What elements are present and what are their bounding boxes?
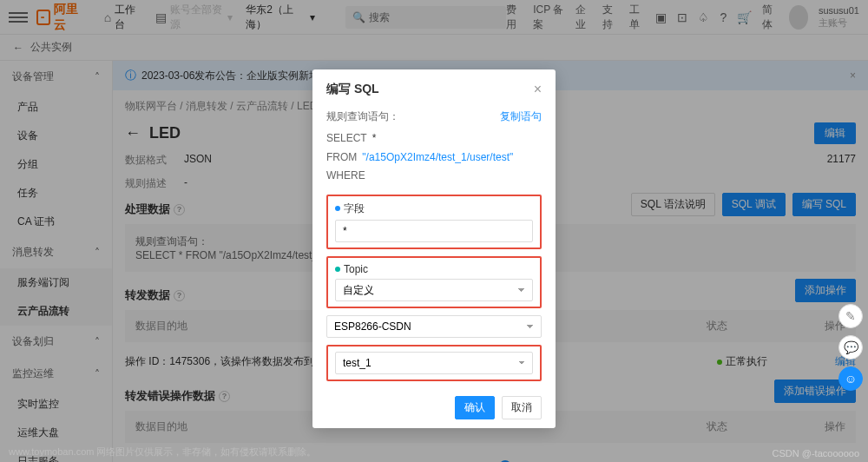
device-select[interactable]: test_1: [335, 352, 533, 374]
cancel-button[interactable]: 取消: [502, 396, 542, 419]
topic-type-select[interactable]: 自定义: [335, 279, 533, 301]
copy-sql-link[interactable]: 复制语句: [500, 109, 542, 124]
float-buttons: ✎ 💬 ☺: [838, 304, 863, 391]
field-input[interactable]: [335, 220, 533, 242]
sql-preview: SELECT* FROM"/a15OpX2Imz4/test_1/user/te…: [326, 129, 542, 186]
modal-overlay[interactable]: 编写 SQL × 规则查询语句： 复制语句 SELECT* FROM"/a15O…: [0, 0, 868, 462]
bullet-icon: [335, 206, 340, 211]
field-group: 字段: [326, 195, 542, 249]
watermark: www.toymoban.com 网络图片仅供展示，非存储，如有侵权请联系删除。: [9, 446, 316, 459]
float-support-icon[interactable]: ☺: [838, 366, 863, 391]
float-edit-icon[interactable]: ✎: [838, 304, 863, 328]
float-chat-icon[interactable]: 💬: [838, 335, 863, 360]
close-icon[interactable]: ×: [534, 82, 542, 97]
product-select[interactable]: ESP8266-CSDN: [326, 315, 542, 338]
modal-title: 编写 SQL: [326, 82, 379, 97]
csdn-watermark: CSDN @-tacoooooo: [773, 448, 859, 459]
write-sql-modal: 编写 SQL × 规则查询语句： 复制语句 SELECT* FROM"/a15O…: [312, 69, 556, 428]
confirm-button[interactable]: 确认: [455, 396, 495, 419]
product-group: ESP8266-CSDN: [326, 315, 542, 338]
device-group: test_1: [326, 345, 542, 381]
query-label: 规则查询语句：: [326, 109, 399, 124]
bullet-icon: [335, 267, 340, 272]
topic-group: Topic 自定义: [326, 256, 542, 308]
